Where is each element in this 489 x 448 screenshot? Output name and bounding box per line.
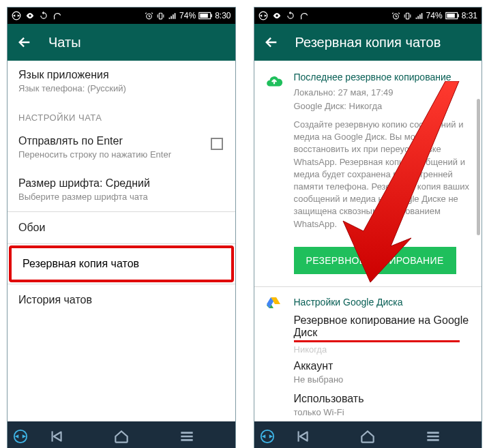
backup-frequency-value: Никогда: [294, 344, 471, 355]
page-title: Чаты: [48, 35, 81, 50]
status-bar: 74% 8:31: [254, 8, 482, 24]
account-value: Не выбрано: [294, 374, 471, 385]
nav-recent-icon[interactable]: [178, 428, 196, 445]
app-bar: Чаты: [8, 24, 235, 61]
alarm-icon: [145, 12, 153, 20]
nav-recent-icon[interactable]: [424, 428, 442, 445]
nav-bar: [8, 421, 235, 448]
network-title: Использовать: [294, 393, 471, 405]
backup-description: Создайте резервную копию сообщений и мед…: [254, 113, 482, 239]
font-size-title: Размер шрифта: Средний: [18, 177, 224, 190]
nav-home-icon[interactable]: [113, 428, 130, 445]
vibrate-icon: [403, 12, 412, 20]
wallpaper-row[interactable]: Обои: [8, 212, 235, 243]
phone-left: 74% 8:30 Чаты Язык приложения Язык телеф…: [7, 7, 236, 448]
local-backup-info: Локально: 27 мая, 17:49: [254, 87, 482, 100]
status-bar: 74% 8:30: [8, 8, 235, 24]
enter-send-title: Отправлять по Enter: [18, 135, 224, 147]
svg-rect-11: [458, 14, 459, 18]
network-value: только Wi-Fi: [294, 407, 471, 417]
battery-icon: [445, 12, 459, 20]
svg-rect-2: [159, 13, 162, 19]
signal-icon: [168, 12, 177, 20]
battery-icon: [198, 12, 212, 20]
chat-backup-label: Резервная копия чатов: [23, 258, 220, 270]
page-title: Резервная копия чатов: [295, 35, 441, 50]
chat-history-row[interactable]: История чатов: [8, 284, 235, 316]
highlight-underline: [294, 340, 460, 342]
vibrate-icon: [156, 12, 165, 20]
last-backup-header: Последнее резервное копирование: [254, 61, 482, 87]
alarm-icon: [391, 12, 400, 20]
refresh-icon: [299, 11, 309, 20]
backup-frequency-title: Резервное копирование на Google Диск: [294, 314, 471, 339]
chat-backup-row[interactable]: Резервная копия чатов: [9, 245, 234, 282]
svg-rect-4: [211, 14, 213, 18]
refresh-icon: [53, 11, 62, 20]
battery-text: 74%: [426, 11, 443, 20]
back-icon[interactable]: [17, 35, 32, 50]
backup-frequency-row[interactable]: Резервное копирование на Google Диск Ник…: [254, 312, 482, 356]
clock-text: 8:31: [462, 11, 477, 20]
google-drive-icon: [265, 295, 282, 312]
teamviewer-icon: [12, 11, 21, 20]
backup-button[interactable]: РЕЗЕРВНОЕ КОПИРОВАНИЕ: [294, 247, 456, 274]
network-row[interactable]: Использовать только Wi-Fi: [254, 389, 482, 421]
language-row[interactable]: Язык приложения Язык телефона: (Русский): [8, 61, 235, 103]
language-sub: Язык телефона: (Русский): [18, 83, 224, 93]
gdrive-backup-info: Google Диск: Никогда: [254, 100, 482, 114]
wallpaper-label: Обои: [18, 222, 224, 234]
sync-icon: [286, 11, 295, 20]
back-icon[interactable]: [264, 35, 279, 50]
battery-text: 74%: [179, 11, 196, 20]
divider: [8, 243, 235, 244]
font-size-sub: Выберите размер шрифта чата: [18, 192, 224, 202]
nav-home-icon[interactable]: [359, 428, 376, 445]
settings-list: Язык приложения Язык телефона: (Русский)…: [8, 61, 235, 421]
eye-icon: [25, 11, 35, 20]
teamviewer-nav-icon[interactable]: [260, 429, 275, 444]
app-bar: Резервная копия чатов: [254, 24, 482, 61]
teamviewer-nav-icon[interactable]: [13, 429, 28, 444]
phone-right: 74% 8:31 Резервная копия чатов Последнее…: [254, 7, 483, 448]
clock-text: 8:30: [215, 11, 231, 20]
chat-settings-header: НАСТРОЙКИ ЧАТА: [8, 103, 235, 127]
nav-back-icon[interactable]: [47, 428, 65, 445]
svg-rect-12: [447, 14, 455, 18]
account-row[interactable]: Аккаунт Не выбрано: [254, 356, 482, 389]
svg-rect-9: [406, 13, 409, 19]
backup-screen: Последнее резервное копирование Локально…: [254, 61, 482, 421]
font-size-row[interactable]: Размер шрифта: Средний Выберите размер ш…: [8, 169, 235, 211]
gdrive-settings-header: Настройки Google Диска: [254, 297, 482, 312]
account-title: Аккаунт: [294, 360, 471, 372]
teamviewer-icon: [258, 11, 268, 20]
chat-history-label: История чатов: [18, 294, 224, 306]
scroll-indicator: [477, 99, 480, 235]
language-title: Язык приложения: [18, 69, 224, 81]
sync-icon: [39, 11, 48, 20]
enter-send-row[interactable]: Отправлять по Enter Переносить строку по…: [8, 127, 235, 169]
signal-icon: [415, 12, 424, 20]
nav-back-icon[interactable]: [293, 428, 311, 445]
nav-bar: [254, 421, 482, 448]
svg-rect-5: [200, 14, 208, 18]
cloud-upload-icon: [265, 73, 283, 91]
enter-send-sub: Переносить строку по нажатию Enter: [18, 149, 224, 160]
enter-send-checkbox[interactable]: [211, 138, 223, 150]
eye-icon: [272, 11, 282, 20]
